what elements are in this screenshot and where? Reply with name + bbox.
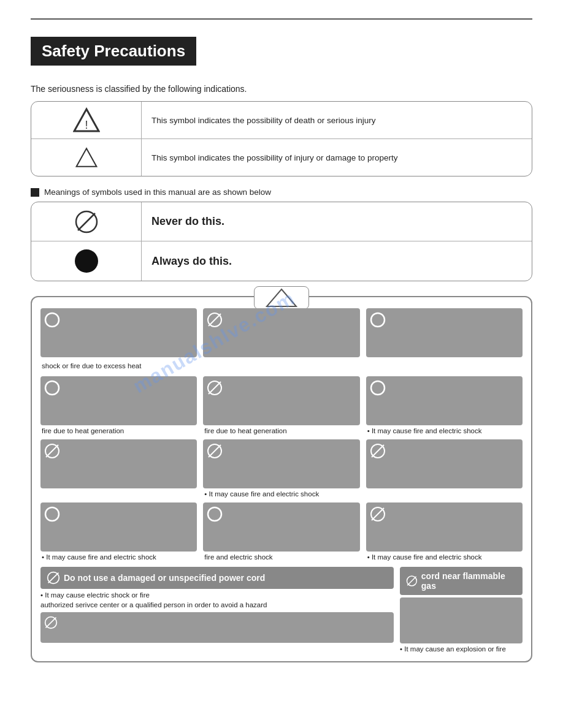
grid-item-2-3: • It may cause fire and electric shock [366,376,523,434]
svg-line-27 [46,618,56,628]
svg-line-25 [48,573,59,583]
flammable-img-box [400,597,523,643]
no-icon-3-3 [370,443,386,459]
caption-2-3: • It may cause fire and electric shock [366,427,523,434]
svg-point-10 [45,381,59,395]
no-icon-4-3 [370,506,386,522]
no-icon-3-1 [44,443,60,459]
flammable-caption: • It may cause an explosion or fire [400,645,523,653]
power-cord-section: Do not use a damaged or unspecified powe… [40,567,394,653]
no-circle-flammable-icon [406,575,418,587]
grid-item-2-2: fire due to heat generation [203,376,359,434]
always-do-text: Always do this. [142,241,532,281]
grid-row-2: fire due to heat generation fire due to … [40,376,523,434]
flammable-text: cord near flammable gas [421,571,516,591]
intro-text: The seriousness is classified by the fol… [31,84,532,94]
img-box-1-3 [366,308,523,357]
no-circle-img-icon [44,616,58,629]
circle-o-icon-4-2 [207,506,223,522]
img-box-1-1 [40,308,197,357]
img-box-2-2 [203,376,359,425]
injury-symbol-icon-cell [31,139,142,176]
img-box-4-3 [366,502,523,552]
meanings-table: Never do this. Always do this. [31,202,532,281]
power-cord-text: Do not use a damaged or unspecified powe… [64,573,265,583]
death-symbol-text: This symbol indicates the possibility of… [142,102,532,138]
svg-line-8 [209,314,221,326]
caption-2-1: fire due to heat generation [40,427,197,434]
grid-row-1 [40,308,523,357]
circle-o-icon-1-3 [370,312,386,328]
no-icon-2-2 [207,380,223,396]
symbol-table: ! This symbol indicates the possibility … [31,101,532,176]
grid-row-4: • It may cause fire and electric shock f… [40,502,523,561]
circle-o-icon-2-3 [370,380,386,396]
grid-item-3-1 [40,439,197,498]
svg-line-4 [78,213,95,230]
img-box-4-2 [203,502,359,552]
flammable-banner: cord near flammable gas [400,567,523,595]
black-square-icon [31,188,39,197]
symbol-row-death: ! This symbol indicates the possibility … [31,102,532,139]
triangle-large-icon: ! [73,107,100,134]
symbol-row-injury: This symbol indicates the possibility of… [31,139,532,176]
img-box-4-1 [40,502,197,552]
never-do-icon-cell [31,202,142,241]
svg-marker-2 [76,148,96,166]
svg-line-29 [407,577,416,585]
caption-4-2: fire and electric shock [203,553,359,561]
caption-2-2: fire due to heat generation [203,427,359,434]
power-cord-img-box [40,612,394,643]
caption-3-2: • It may cause fire and electric shock [203,490,359,498]
svg-point-6 [45,313,59,327]
svg-line-17 [209,445,221,457]
page: Safety Precautions The seriousness is cl… [0,0,563,728]
circle-o-icon-2-1 [44,380,60,396]
power-cord-caption2: authorized serivce center or a qualified… [40,601,394,609]
grid-item-4-1: • It may cause fire and electric shock [40,502,197,561]
meanings-header: Meanings of symbols used in this manual … [31,188,532,197]
no-circle-icon [75,210,98,233]
caption-row1: shock or fire due to excess heat [40,362,141,370]
img-box-3-1 [40,439,197,488]
no-icon-3-2 [207,443,223,459]
black-circle-icon [75,249,98,273]
warning-section: shock or fire due to excess heat fire du… [31,296,532,662]
no-icon-1-2 [207,312,223,328]
svg-marker-5 [267,289,296,306]
svg-line-19 [372,445,384,457]
img-box-3-3 [366,439,523,488]
svg-point-20 [45,507,59,521]
img-box-3-2 [203,439,359,488]
caption-4-3: • It may cause fire and electric shock [366,553,523,561]
power-cord-banner: Do not use a damaged or unspecified powe… [40,567,394,589]
always-do-icon-cell [31,241,142,281]
never-do-text: Never do this. [142,202,532,241]
img-box-2-3 [366,376,523,425]
grid-item-1-1 [40,308,197,357]
power-cord-caption1: • It may cause electric shock or fire [40,591,394,599]
caption-4-1: • It may cause fire and electric shock [40,553,197,561]
img-box-1-2 [203,308,359,357]
svg-line-15 [46,445,58,457]
svg-line-23 [372,508,384,520]
grid-item-4-3: • It may cause fire and electric shock [366,502,523,561]
grid-item-2-1: fire due to heat generation [40,376,197,434]
svg-text:!: ! [85,119,88,131]
bottom-grid: Do not use a damaged or unspecified powe… [40,567,523,653]
flammable-section: cord near flammable gas • It may cause a… [400,567,523,653]
grid-item-3-2: • It may cause fire and electric shock [203,439,359,498]
svg-line-12 [209,382,221,394]
never-do-row: Never do this. [31,202,532,241]
grid-item-3-3 [366,439,523,498]
grid-item-1-3 [366,308,523,357]
page-title: Safety Precautions [31,37,196,66]
svg-point-21 [208,507,221,521]
death-symbol-icon-cell: ! [31,102,142,138]
top-divider [31,18,532,20]
svg-point-13 [371,381,385,395]
meanings-header-text: Meanings of symbols used in this manual … [44,188,271,197]
grid-item-1-2 [203,308,359,357]
always-do-row: Always do this. [31,241,532,281]
img-box-2-1 [40,376,197,425]
